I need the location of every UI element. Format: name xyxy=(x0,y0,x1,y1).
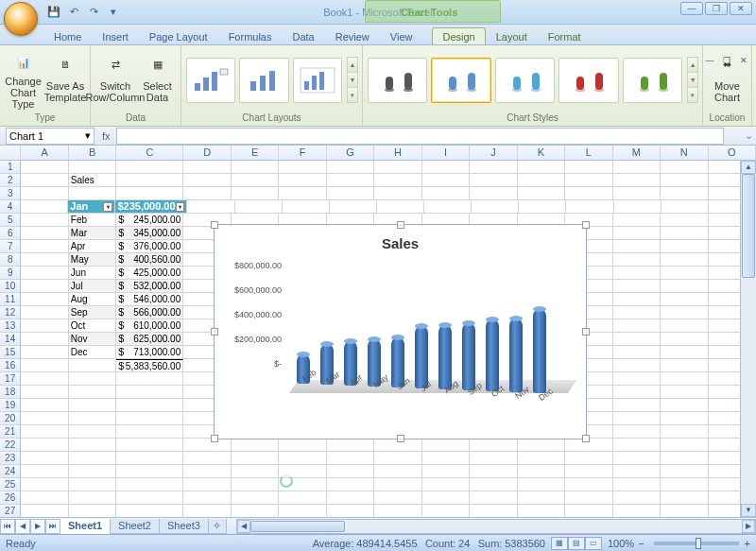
cell[interactable]: May xyxy=(69,253,116,267)
cell[interactable] xyxy=(330,200,377,214)
sheet-nav-first[interactable]: ⏮ xyxy=(0,519,15,534)
save-as-template-button[interactable]: 🗎Save As Template xyxy=(44,49,86,112)
row-header[interactable]: 16 xyxy=(0,359,21,372)
row-header[interactable]: 23 xyxy=(0,452,21,465)
cell[interactable]: Aug xyxy=(69,293,116,306)
cell[interactable] xyxy=(470,505,517,517)
resize-handle[interactable] xyxy=(582,435,590,442)
tab-layout[interactable]: Layout xyxy=(486,27,538,44)
cell[interactable] xyxy=(279,161,326,174)
cell[interactable] xyxy=(613,372,661,386)
cell[interactable] xyxy=(327,187,374,200)
cell[interactable] xyxy=(565,161,612,174)
cell[interactable] xyxy=(116,372,183,386)
row-header[interactable]: 20 xyxy=(0,412,21,425)
cell[interactable] xyxy=(661,306,708,319)
column-header[interactable]: L xyxy=(565,146,612,160)
cell[interactable]: Mar xyxy=(69,227,116,240)
cell[interactable] xyxy=(424,200,472,214)
cell[interactable] xyxy=(21,491,68,505)
cell[interactable] xyxy=(21,372,68,386)
cell[interactable] xyxy=(613,174,661,187)
cell[interactable] xyxy=(470,174,517,187)
cell[interactable] xyxy=(69,399,116,412)
cell[interactable]: Nov xyxy=(69,333,116,346)
cell[interactable] xyxy=(327,465,374,478)
cell[interactable]: $5,383,560.00 xyxy=(116,359,183,372)
cell[interactable] xyxy=(21,346,68,359)
cell[interactable] xyxy=(232,465,279,478)
chart-layout-option[interactable] xyxy=(186,58,235,103)
cell[interactable] xyxy=(661,359,708,372)
cell[interactable] xyxy=(661,439,708,452)
cell[interactable] xyxy=(613,346,661,359)
column-header[interactable]: C xyxy=(116,146,183,160)
row-header[interactable]: 22 xyxy=(0,439,21,452)
cell[interactable] xyxy=(614,200,662,214)
cell[interactable] xyxy=(21,174,68,187)
cell[interactable] xyxy=(422,452,470,465)
cell[interactable] xyxy=(232,478,279,491)
cell[interactable] xyxy=(279,452,326,465)
cell[interactable]: $625,000.00 xyxy=(116,333,183,346)
tab-format[interactable]: Format xyxy=(538,27,592,44)
horizontal-scrollbar[interactable]: ◀ ▶ xyxy=(236,519,756,534)
row-header[interactable]: 19 xyxy=(0,399,21,412)
cell[interactable] xyxy=(21,227,68,240)
cell[interactable] xyxy=(518,478,565,491)
cell[interactable] xyxy=(613,412,661,425)
cell[interactable] xyxy=(21,333,68,346)
cell[interactable] xyxy=(661,412,708,425)
maximize-button[interactable]: ❐ xyxy=(705,2,728,15)
cell[interactable] xyxy=(613,319,661,333)
cell[interactable] xyxy=(422,161,470,174)
chart-bar[interactable] xyxy=(533,309,546,393)
resize-handle[interactable] xyxy=(582,221,590,229)
cell[interactable] xyxy=(21,240,68,253)
expand-formula-bar-icon[interactable]: ⌄ xyxy=(741,129,756,142)
chart-style-option[interactable] xyxy=(623,58,682,103)
cell[interactable] xyxy=(21,187,68,200)
tab-formulas[interactable]: Formulas xyxy=(218,27,283,44)
cell[interactable] xyxy=(519,200,566,214)
cell[interactable] xyxy=(422,478,470,491)
cell[interactable] xyxy=(232,491,279,505)
cell[interactable] xyxy=(232,174,279,187)
cell[interactable] xyxy=(21,386,68,399)
chart-style-option[interactable] xyxy=(368,58,427,103)
cell[interactable] xyxy=(374,187,421,200)
row-header[interactable]: 18 xyxy=(0,386,21,399)
cell[interactable] xyxy=(613,333,661,346)
cell[interactable]: $532,000.00 xyxy=(116,280,183,293)
cell[interactable] xyxy=(613,161,661,174)
cell[interactable] xyxy=(661,333,708,346)
cell[interactable] xyxy=(116,161,183,174)
cell[interactable] xyxy=(661,399,708,412)
cell[interactable] xyxy=(116,187,183,200)
redo-icon[interactable]: ↷ xyxy=(85,4,102,21)
cell[interactable] xyxy=(518,161,565,174)
cell[interactable] xyxy=(661,227,708,240)
cell[interactable] xyxy=(279,439,326,452)
row-header[interactable]: 1 xyxy=(0,161,21,174)
cell[interactable] xyxy=(374,161,421,174)
cell[interactable] xyxy=(661,280,708,293)
cell[interactable] xyxy=(613,452,661,465)
cell[interactable] xyxy=(183,161,231,174)
chart-bar[interactable] xyxy=(438,325,452,389)
row-header[interactable]: 25 xyxy=(0,478,21,491)
cell[interactable] xyxy=(565,174,612,187)
cell[interactable]: $235,000.00▾ xyxy=(115,200,187,214)
chart-style-option[interactable] xyxy=(431,58,490,103)
cell[interactable] xyxy=(661,319,708,333)
cell[interactable]: Dec xyxy=(69,346,116,359)
embedded-chart[interactable]: ⋯ ⋯ ⋮ ⋮ Sales $800,000.00$600,000.00$400… xyxy=(214,224,587,439)
resize-handle[interactable]: ⋯ xyxy=(397,221,404,229)
cell[interactable] xyxy=(470,439,517,452)
qat-customize-icon[interactable]: ▾ xyxy=(105,4,122,21)
sheet-tab[interactable]: Sheet3 xyxy=(159,519,209,534)
cell[interactable] xyxy=(69,505,116,517)
chart-bar[interactable] xyxy=(486,319,499,391)
cell[interactable] xyxy=(661,267,708,280)
cell[interactable] xyxy=(232,505,279,517)
